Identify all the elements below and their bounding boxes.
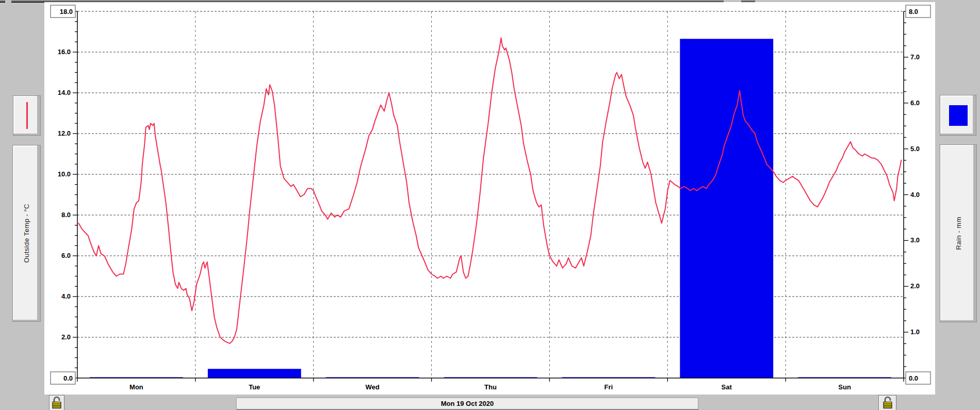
axis-tick-label: 4.0: [910, 191, 920, 199]
rain-legend-button[interactable]: [940, 95, 976, 136]
temp-line: [78, 38, 901, 343]
rain-bar: [208, 369, 301, 378]
axis-tick-label: 0.0: [63, 374, 73, 382]
axis-tick-label: 7.0: [910, 53, 920, 61]
axis-tick-label: 6.0: [61, 252, 71, 259]
left-lock-button[interactable]: [49, 395, 64, 410]
unlock-icon: [51, 396, 62, 409]
rain-bar: [680, 39, 773, 378]
axis-tick-label: 3.0: [910, 236, 920, 244]
axis-tick-label: 10.0: [58, 170, 71, 178]
axis-tick-label: 4.0: [61, 292, 71, 300]
axis-tick-label: 8.0: [61, 211, 71, 219]
axis-tick-label: 8.0: [909, 8, 918, 15]
temp-line-swatch: [26, 102, 28, 129]
axis-tick-label: 5.0: [910, 145, 920, 153]
date-label: Mon 19 Oct 2020: [441, 400, 494, 407]
axis-tick-label: 2.0: [910, 282, 920, 290]
temp-axis-label-panel[interactable]: Outside Temp - °C: [12, 145, 41, 322]
axis-tick-label: 2.0: [61, 333, 71, 341]
axis-tick-label: 14.0: [58, 89, 71, 96]
axis-tick-label: 18.0: [60, 8, 73, 15]
unlock-icon: [882, 396, 893, 409]
axis-tick-label: 1.0: [910, 328, 920, 336]
day-label: Sat: [722, 383, 732, 391]
top-window-edge: [0, 0, 5, 3]
rain-axis-label: Rain - mm: [955, 217, 962, 250]
temp-axis-label: Outside Temp - °C: [23, 204, 30, 263]
axis-tick-label: 12.0: [58, 129, 71, 137]
rain-axis-label-panel[interactable]: Rain - mm: [940, 144, 977, 322]
day-label: Sun: [838, 383, 851, 391]
date-bar[interactable]: Mon 19 Oct 2020: [236, 398, 698, 410]
day-label: Fri: [605, 383, 613, 391]
day-label: Mon: [129, 383, 143, 391]
weather-graph-window: 0.02.04.06.08.010.012.014.016.018.00.01.…: [0, 0, 980, 410]
axis-tick-label: 6.0: [910, 99, 920, 107]
temp-legend-button[interactable]: [13, 95, 41, 136]
right-lock-button[interactable]: [878, 395, 896, 410]
rain-bar-swatch: [949, 105, 968, 126]
chart-canvas[interactable]: 0.02.04.06.08.010.012.014.016.018.00.01.…: [44, 2, 935, 395]
day-label: Thu: [484, 383, 497, 391]
day-label: Wed: [366, 383, 380, 391]
axis-tick-label: 16.0: [58, 48, 71, 56]
axis-tick-label: 0.0: [909, 374, 918, 382]
day-label: Tue: [249, 383, 260, 391]
weather-chart[interactable]: 0.02.04.06.08.010.012.014.016.018.00.01.…: [44, 2, 935, 395]
